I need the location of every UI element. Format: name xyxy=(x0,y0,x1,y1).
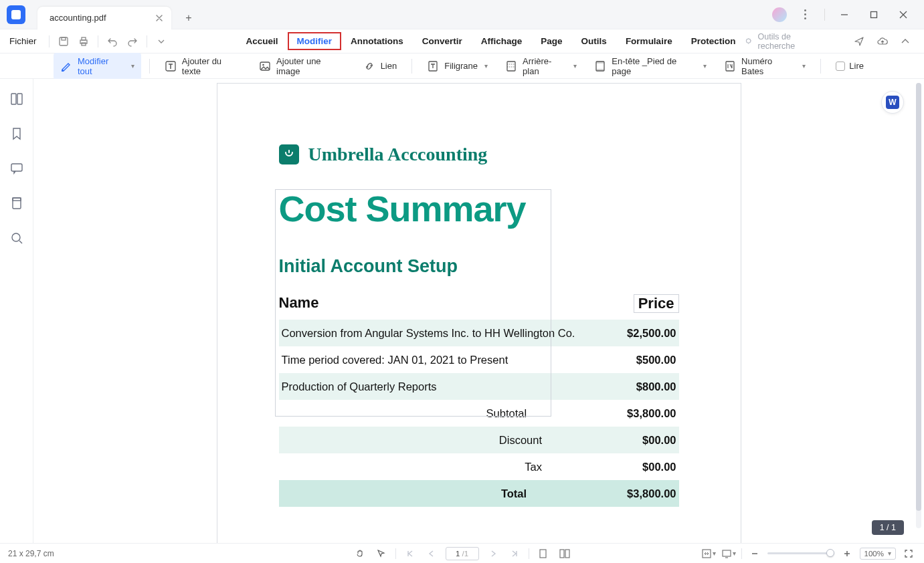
header-footer-label: En-tête _Pied de page xyxy=(612,56,697,76)
share-icon[interactable] xyxy=(850,31,868,51)
menu-annotations[interactable]: Annotations xyxy=(341,32,413,50)
company-logo-icon xyxy=(279,144,299,164)
document-tab[interactable]: accounting.pdf xyxy=(37,7,171,29)
print-icon[interactable] xyxy=(75,33,92,50)
menu-page[interactable]: Page xyxy=(531,32,571,50)
svg-rect-4 xyxy=(82,37,86,40)
svg-point-21 xyxy=(12,233,20,241)
save-icon[interactable] xyxy=(55,33,72,50)
next-page-icon[interactable] xyxy=(486,546,500,561)
work-area: ▸ ◂ W 1 / 1 Umbrella Acccounting Cost Su… xyxy=(0,79,924,543)
svg-point-9 xyxy=(262,64,264,66)
main-menu: Accueil Modifier Annotations Convertir A… xyxy=(237,32,745,50)
last-page-icon[interactable] xyxy=(507,546,522,561)
subtotal-row: Subtotal $3,800.00 xyxy=(279,400,679,427)
quick-access-dropdown-icon[interactable] xyxy=(153,33,170,50)
attachments-icon[interactable] xyxy=(9,195,25,211)
page-number-input[interactable]: 1 /1 xyxy=(446,547,479,560)
zoom-level[interactable]: 100%▾ xyxy=(860,548,896,560)
add-image-button[interactable]: Ajouter une image xyxy=(252,53,353,80)
fit-width-icon[interactable]: ▾ xyxy=(701,546,716,561)
svg-rect-23 xyxy=(560,550,564,558)
window-close-icon[interactable] xyxy=(892,3,915,26)
prev-page-icon[interactable] xyxy=(424,546,439,561)
col-price-header: Price xyxy=(634,294,679,313)
menu-accueil[interactable]: Accueil xyxy=(237,32,288,50)
tool-search-hint: Outils de recherche xyxy=(758,32,826,51)
watermark-button[interactable]: Filigrane ▾ xyxy=(420,57,494,76)
collapse-ribbon-icon[interactable] xyxy=(896,31,915,51)
tab-bar: accounting.pdf + xyxy=(0,0,924,29)
first-page-icon[interactable] xyxy=(403,546,418,561)
undo-icon[interactable] xyxy=(104,33,121,50)
single-page-view-icon[interactable] xyxy=(536,546,551,561)
bookmarks-icon[interactable] xyxy=(9,126,25,142)
comments-icon[interactable] xyxy=(9,160,25,177)
zoom-in-icon[interactable] xyxy=(840,546,854,561)
window-maximize-icon[interactable] xyxy=(862,3,885,26)
more-menu-icon[interactable] xyxy=(794,3,816,26)
svg-rect-1 xyxy=(60,37,68,45)
menu-bar: Fichier Accueil Modifier Annotations Con… xyxy=(0,29,924,53)
window-minimize-icon[interactable] xyxy=(833,3,856,26)
header-footer-button[interactable]: En-tête _Pied de page ▾ xyxy=(587,53,713,80)
user-avatar[interactable] xyxy=(772,7,787,22)
chevron-down-icon: ▾ xyxy=(484,62,488,70)
select-tool-icon[interactable] xyxy=(374,546,389,561)
add-image-label: Ajouter une image xyxy=(276,56,346,76)
view-mode-icon[interactable]: ▾ xyxy=(721,546,736,561)
link-button[interactable]: Lien xyxy=(357,57,404,76)
svg-rect-13 xyxy=(596,62,604,64)
cost-row: Time period covered: JAN 01, 2021 to Pre… xyxy=(279,346,679,373)
hand-tool-icon[interactable] xyxy=(353,546,367,561)
svg-rect-20 xyxy=(13,198,21,201)
svg-rect-11 xyxy=(507,62,515,71)
menu-formulaire[interactable]: Formulaire xyxy=(616,32,682,50)
modify-all-button[interactable]: Modifier tout ▾ xyxy=(54,53,141,80)
zoom-out-icon[interactable] xyxy=(747,546,762,561)
add-text-button[interactable]: Ajouter du texte xyxy=(158,53,248,80)
cost-row: Conversion from Angular Systems Inc. to … xyxy=(279,320,679,346)
fullscreen-icon[interactable] xyxy=(901,546,916,561)
read-mode-label: Lire xyxy=(849,61,864,71)
menu-outils[interactable]: Outils xyxy=(572,32,616,50)
svg-rect-15 xyxy=(726,62,734,71)
app-logo[interactable] xyxy=(7,5,25,24)
file-menu[interactable]: Fichier xyxy=(9,36,37,46)
bates-number-button[interactable]: Numéro Bates ▾ xyxy=(717,53,812,80)
two-page-view-icon[interactable] xyxy=(557,546,572,561)
thumbnails-icon[interactable] xyxy=(9,91,25,107)
pdf-page[interactable]: Umbrella Acccounting Cost Summary Initia… xyxy=(217,83,741,543)
tax-row: Tax $00.00 xyxy=(279,453,679,480)
new-tab-button[interactable]: + xyxy=(182,11,195,25)
svg-rect-14 xyxy=(596,69,604,71)
cost-row: Production of Quarterly Reports $800.00 xyxy=(279,373,679,400)
svg-rect-19 xyxy=(13,198,21,209)
discount-row: Discount $00.00 xyxy=(279,427,679,453)
svg-rect-5 xyxy=(82,43,86,45)
page-dimensions: 21 x 29,7 cm xyxy=(8,549,54,558)
menu-protection[interactable]: Protection xyxy=(682,32,745,50)
redo-icon[interactable] xyxy=(124,33,141,50)
menu-affichage[interactable]: Affichage xyxy=(472,32,532,50)
tab-close-icon[interactable] xyxy=(154,13,165,23)
tool-search[interactable]: Outils de recherche xyxy=(745,32,826,51)
edit-toolbar: Modifier tout ▾ Ajouter du texte Ajouter… xyxy=(0,53,924,79)
background-button[interactable]: Arrière-plan ▾ xyxy=(498,53,583,80)
total-row: Total $3,800.00 xyxy=(279,480,679,507)
zoom-slider[interactable] xyxy=(767,552,834,554)
chevron-down-icon: ▾ xyxy=(703,62,707,70)
company-name: Umbrella Acccounting xyxy=(308,144,488,165)
col-name-header: Name xyxy=(279,294,319,313)
watermark-label: Filigrane xyxy=(444,61,478,71)
search-panel-icon[interactable] xyxy=(9,230,25,246)
menu-convertir[interactable]: Convertir xyxy=(413,32,472,50)
read-mode-toggle[interactable]: Lire xyxy=(829,58,870,74)
cloud-icon[interactable] xyxy=(873,31,892,51)
svg-rect-22 xyxy=(540,550,546,558)
document-canvas: W 1 / 1 Umbrella Acccounting Cost Summar… xyxy=(33,79,924,543)
svg-rect-16 xyxy=(11,94,16,104)
window-controls xyxy=(772,3,924,26)
svg-rect-0 xyxy=(871,11,877,17)
menu-modifier[interactable]: Modifier xyxy=(288,32,342,50)
